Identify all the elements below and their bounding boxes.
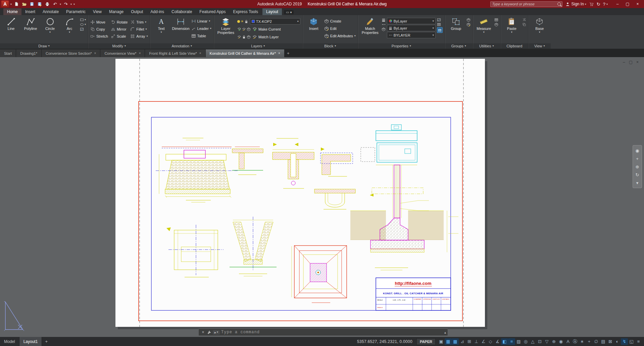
signin-button[interactable]: Sign In ▾: [565, 2, 586, 7]
app-menu-chevron-icon[interactable]: ▾: [10, 3, 12, 6]
cut-icon[interactable]: [522, 18, 526, 22]
ribbon-tab-parametric[interactable]: Parametric: [62, 8, 89, 15]
lock-ui-icon[interactable]: ⊠: [607, 338, 614, 345]
isolate-objects-icon[interactable]: ◐: [614, 338, 621, 345]
clean-screen-icon[interactable]: ◱: [628, 338, 635, 345]
polyline-button[interactable]: Polyline: [21, 16, 40, 31]
text-button[interactable]: Text▾: [152, 16, 170, 34]
transparency-settings-icon[interactable]: [437, 18, 441, 22]
new-layout-button[interactable]: +: [42, 337, 51, 346]
ribbon-tab-view[interactable]: View: [89, 8, 105, 15]
arc-button[interactable]: Arc▾: [60, 16, 79, 34]
stretch-button[interactable]: Stretch: [90, 33, 108, 40]
rotate-button[interactable]: Rotate: [111, 19, 128, 26]
redo-icon[interactable]: ↷: [63, 1, 69, 7]
layer-properties-button[interactable]: Layer Properties: [216, 16, 236, 35]
viewport-restore-button[interactable]: ▢: [629, 60, 633, 64]
group-edit-icon[interactable]: [466, 23, 470, 27]
ortho-mode-icon[interactable]: ⊥: [473, 338, 480, 345]
lineweight-dropdown[interactable]: ByLayer ▾: [387, 25, 436, 31]
base-button[interactable]: Base▾: [531, 16, 549, 34]
object-color-dropdown[interactable]: ByLayer ▾: [387, 18, 436, 24]
app-store-icon[interactable]: [589, 2, 594, 7]
autocad-logo-button[interactable]: A: [1, 1, 9, 7]
paper-space-button[interactable]: PAPER: [416, 338, 436, 345]
ribbon-tab-layout[interactable]: Layout: [262, 8, 282, 15]
stay-connected-icon[interactable]: ↻: [597, 2, 600, 6]
qat-customize-chevron-icon[interactable]: ▾: [73, 3, 75, 6]
new-drawing-tab-button[interactable]: +: [285, 49, 292, 57]
rectangle-button[interactable]: ▾: [80, 18, 86, 22]
insert-button[interactable]: Insert: [305, 16, 323, 31]
transparency-icon[interactable]: ▨: [515, 338, 522, 345]
ungroup-icon[interactable]: [466, 18, 470, 22]
viewport-maximize-icon[interactable]: ▣: [438, 338, 445, 345]
new-file-icon[interactable]: [13, 1, 19, 7]
linetype-settings-icon[interactable]: [382, 23, 386, 27]
fillet-button[interactable]: Fillet▾: [130, 26, 148, 33]
file-tab-start[interactable]: Start: [0, 49, 16, 57]
file-tab-convenience-view[interactable]: Convenience View*×: [100, 49, 145, 57]
circle-button[interactable]: Circle▾: [41, 16, 59, 34]
help-button[interactable]: ? ▾: [603, 2, 608, 6]
layer-tools-icons-2[interactable]: [237, 35, 251, 39]
command-line[interactable]: × ▸ ▾ Type a command ▴: [198, 329, 448, 336]
make-current-button[interactable]: Make Current: [252, 26, 281, 33]
command-close-icon[interactable]: ×: [200, 330, 206, 335]
search-icon[interactable]: [557, 2, 561, 6]
dynamic-input-icon[interactable]: ⊞: [466, 338, 473, 345]
move-button[interactable]: Move: [90, 19, 108, 26]
measure-button[interactable]: Measure▾: [475, 16, 493, 34]
panel-view-footer[interactable]: View▾: [529, 43, 551, 49]
command-history-chevron-icon[interactable]: ▴: [444, 331, 446, 334]
selection-filtering-icon[interactable]: ▽: [543, 338, 550, 345]
close-icon[interactable]: ×: [278, 51, 280, 55]
quick-select-icon[interactable]: ▤: [437, 27, 443, 33]
drawing-area[interactable]: – ▢ ×: [0, 57, 644, 337]
match-layer-button[interactable]: Match Layer: [252, 34, 279, 40]
table-button[interactable]: Table: [191, 33, 211, 39]
pan-icon[interactable]: +: [636, 155, 639, 163]
leader-button[interactable]: Leader▾: [191, 25, 211, 32]
ribbon-tab-output[interactable]: Output: [127, 8, 147, 15]
copy-button[interactable]: Copy: [90, 26, 108, 33]
edit-attributes-button[interactable]: Edit Attributes▾: [324, 33, 356, 39]
match-properties-button[interactable]: Match Properties: [360, 16, 380, 35]
ribbon-display-toggle[interactable]: ▭ ▾: [284, 10, 294, 14]
close-icon[interactable]: ×: [139, 51, 141, 55]
ellipse-button[interactable]: ▾: [80, 23, 86, 27]
panel-groups-footer[interactable]: Groups▾: [445, 43, 473, 49]
layout-paper[interactable]: http://fifaone.com KONST. GRILL . OIL CA…: [115, 59, 485, 327]
infer-constraints-icon[interactable]: ⊿: [459, 338, 466, 345]
id-point-icon[interactable]: [494, 23, 498, 27]
annotation-visibility-icon[interactable]: ◉: [557, 338, 564, 345]
panel-annotation-footer[interactable]: Annotation▾: [150, 43, 213, 49]
viewport-minimize-button[interactable]: –: [623, 60, 625, 64]
ribbon-tab-manage[interactable]: Manage: [105, 8, 127, 15]
selection-cycling-icon[interactable]: ◎: [522, 338, 529, 345]
window-close-button[interactable]: ×: [633, 0, 643, 8]
undo-icon[interactable]: ↶: [52, 1, 58, 7]
ribbon-tab-express-tools[interactable]: Express Tools: [229, 8, 261, 15]
quick-calc-icon[interactable]: [494, 18, 498, 22]
object-snap-icon[interactable]: ◧: [501, 338, 508, 345]
snap-mode-icon[interactable]: ▩: [452, 338, 459, 345]
linear-button[interactable]: Linear▾: [191, 18, 211, 25]
trim-button[interactable]: Trim▾: [130, 19, 148, 26]
group-button[interactable]: Group: [447, 16, 465, 31]
plot-icon[interactable]: [44, 1, 50, 7]
paste-button[interactable]: Paste▾: [503, 16, 521, 34]
graphics-performance-icon[interactable]: ↯: [621, 338, 628, 345]
polar-tracking-icon[interactable]: ∠: [480, 338, 487, 345]
dynamic-ucs-icon[interactable]: ⊡: [536, 338, 543, 345]
quick-properties-icon[interactable]: ▤: [600, 338, 607, 345]
ribbon-tab-featured-apps[interactable]: Featured Apps: [196, 8, 229, 15]
hatch-button[interactable]: [80, 27, 86, 31]
line-button[interactable]: Line: [2, 16, 20, 31]
window-maximize-button[interactable]: ▢: [623, 0, 633, 8]
navbar-more-chevron-icon[interactable]: ▾: [636, 179, 639, 187]
grid-display-icon[interactable]: ▦: [445, 338, 452, 345]
command-input[interactable]: Type a command: [221, 330, 443, 335]
panel-modify-footer[interactable]: Modify▾: [88, 43, 150, 49]
panel-utilities-footer[interactable]: Utilities▾: [473, 43, 500, 49]
